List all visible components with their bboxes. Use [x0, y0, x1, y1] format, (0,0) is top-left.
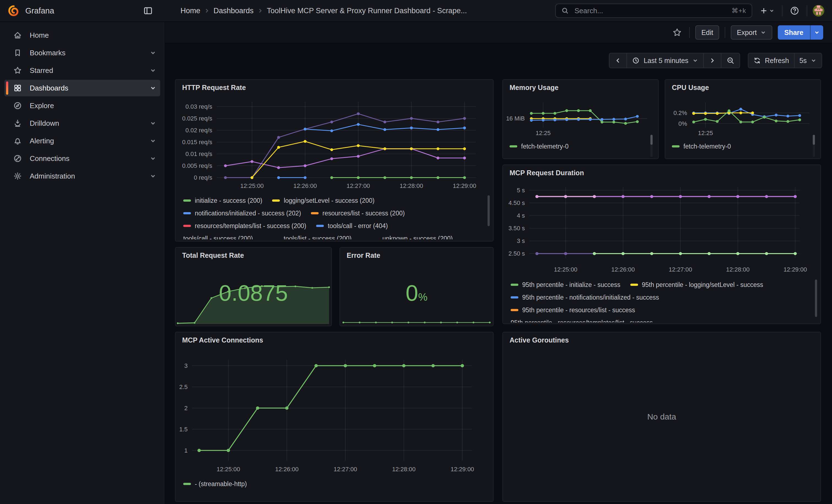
- chevron-down-icon[interactable]: [149, 84, 157, 92]
- stat-suffix: %: [418, 291, 427, 303]
- sidebar-item-starred[interactable]: Starred: [4, 62, 160, 79]
- svg-text:12:26:00: 12:26:00: [275, 466, 298, 473]
- refresh-button[interactable]: Refresh: [748, 53, 794, 68]
- panel-title[interactable]: Total Request Rate: [182, 251, 244, 260]
- share-button-group: Share: [778, 25, 823, 39]
- panel-title[interactable]: Active Goroutines: [510, 336, 569, 344]
- chevron-down-icon[interactable]: [149, 172, 157, 180]
- dashboards-grid-icon: [13, 84, 22, 92]
- sidebar-item-administration[interactable]: Administration: [4, 168, 160, 184]
- legend-item[interactable]: 95th percentile - initialize - success: [511, 281, 620, 289]
- svg-text:12:29:00: 12:29:00: [451, 466, 474, 473]
- gear-icon: [13, 172, 22, 181]
- svg-text:12:26:00: 12:26:00: [293, 182, 317, 189]
- favorite-star-icon[interactable]: [671, 26, 684, 39]
- panel-title[interactable]: MCP Active Connections: [182, 336, 263, 344]
- export-button[interactable]: Export: [731, 25, 772, 39]
- svg-text:1: 1: [184, 447, 188, 454]
- legend-scrollbar[interactable]: [650, 135, 653, 145]
- legend-scrollbar[interactable]: [813, 135, 815, 145]
- sidebar-item-label: Drilldown: [30, 119, 59, 128]
- sidebar-toggle-icon[interactable]: [139, 3, 157, 19]
- panel-http-request-rate: HTTP Request Rate 0 req/s0.005 req/s0.01…: [175, 79, 494, 242]
- legend-item[interactable]: 95th percentile - resources/list - succe…: [511, 307, 635, 314]
- breadcrumb: Home Dashboards ToolHive MCP Server & Pr…: [181, 7, 467, 15]
- search-input[interactable]: ⌘+k: [555, 4, 752, 18]
- panel-title[interactable]: CPU Usage: [672, 84, 709, 91]
- sidebar-item-drilldown[interactable]: Drilldown: [4, 115, 160, 132]
- chevron-down-icon[interactable]: [149, 155, 157, 162]
- breadcrumb-home[interactable]: Home: [181, 7, 200, 15]
- time-range-picker[interactable]: Last 5 minutes: [626, 53, 703, 68]
- sidebar-item-label: Connections: [30, 154, 70, 163]
- refresh-interval-label: 5s: [800, 57, 807, 65]
- sidebar-item-label: Bookmarks: [30, 49, 66, 57]
- sidebar-item-home[interactable]: Home: [4, 27, 160, 44]
- bell-icon: [13, 136, 22, 145]
- panel-active-goroutines: Active Goroutines No data: [502, 332, 821, 502]
- legend-item[interactable]: resources/list - success (200): [311, 210, 405, 217]
- chevron-right-icon: [709, 57, 716, 64]
- sidebar-item-label: Administration: [30, 172, 75, 181]
- plug-icon: [13, 154, 22, 163]
- sidebar-item-connections[interactable]: Connections: [4, 150, 160, 167]
- panel-memory-usage: Memory Usage 16 MiB12:25 fetch-telemetry…: [502, 79, 659, 159]
- edit-button[interactable]: Edit: [695, 25, 719, 39]
- legend-item[interactable]: - (streamable-http): [183, 480, 247, 488]
- legend-item[interactable]: tools/call - success (200): [183, 235, 253, 240]
- legend-item[interactable]: unknown - success (200): [383, 235, 453, 240]
- help-icon[interactable]: [788, 4, 801, 17]
- grafana-logo-icon[interactable]: [8, 5, 20, 17]
- legend: - (streamable-http): [183, 478, 485, 492]
- svg-text:12:27:00: 12:27:00: [669, 266, 692, 273]
- legend-item[interactable]: tools/call - error (404): [316, 222, 388, 230]
- stat-value: 0%: [340, 282, 493, 304]
- sidebar-item-dashboards[interactable]: Dashboards: [4, 80, 160, 96]
- divider: [782, 5, 782, 16]
- sidebar-item-label: Alerting: [30, 137, 54, 145]
- panel-title[interactable]: MCP Request Duration: [510, 169, 584, 177]
- time-range-group: Last 5 minutes: [609, 53, 740, 68]
- chevron-down-icon[interactable]: [149, 49, 157, 57]
- time-forward-button[interactable]: [703, 53, 721, 68]
- panel-title[interactable]: Error Rate: [347, 251, 380, 260]
- panel-title[interactable]: HTTP Request Rate: [182, 84, 246, 91]
- refresh-icon: [753, 57, 761, 64]
- zoom-out-button[interactable]: [721, 53, 739, 68]
- sidebar-item-alerting[interactable]: Alerting: [4, 133, 160, 149]
- share-button[interactable]: Share: [778, 25, 810, 39]
- legend-item[interactable]: 95th percentile - notifications/initiali…: [511, 294, 659, 301]
- legend-item[interactable]: 95th percentile - resources/templates/li…: [511, 319, 653, 323]
- avatar[interactable]: [813, 5, 824, 17]
- chevron-down-icon[interactable]: [149, 67, 157, 74]
- top-bar: Grafana Home Dashboards ToolHive MCP Ser…: [0, 0, 832, 22]
- dashboard-toolbar: Edit Export Share: [165, 22, 832, 44]
- chevron-down-icon[interactable]: [149, 137, 157, 145]
- legend-scrollbar[interactable]: [815, 280, 817, 317]
- search-shortcut: ⌘+k: [732, 7, 746, 15]
- svg-text:3.50 s: 3.50 s: [509, 225, 525, 232]
- legend-item[interactable]: logging/setLevel - success (200): [272, 197, 374, 205]
- chevron-down-icon[interactable]: [149, 120, 157, 127]
- legend-item[interactable]: fetch-telemetry-0: [510, 141, 569, 151]
- legend-item[interactable]: notifications/initialized - success (202…: [183, 210, 301, 217]
- legend-item[interactable]: initialize - success (200): [183, 197, 262, 205]
- legend-item[interactable]: tools/list - success (200): [284, 235, 352, 240]
- sidebar-item-bookmarks[interactable]: Bookmarks: [4, 45, 160, 61]
- legend-scrollbar[interactable]: [488, 195, 490, 226]
- panel-title[interactable]: Memory Usage: [510, 84, 558, 91]
- panel-mcp-request-duration: MCP Request Duration 2.50 s3 s3.50 s4 s4…: [502, 164, 821, 324]
- breadcrumb-dashboards[interactable]: Dashboards: [213, 7, 254, 15]
- time-range-label: Last 5 minutes: [644, 57, 688, 65]
- add-button[interactable]: [758, 4, 776, 17]
- time-back-button[interactable]: [609, 53, 626, 68]
- sidebar-item-explore[interactable]: Explore: [4, 97, 160, 114]
- legend-item[interactable]: resources/templates/list - success (200): [183, 222, 306, 230]
- legend-item[interactable]: fetch-telemetry-0: [672, 141, 731, 151]
- sidebar: Home Bookmarks Starred: [0, 22, 165, 504]
- chevron-down-icon: [810, 57, 816, 63]
- legend-item[interactable]: 95th percentile - logging/setLevel - suc…: [630, 281, 763, 289]
- search-field[interactable]: [573, 6, 727, 16]
- refresh-interval-picker[interactable]: 5s: [794, 53, 822, 68]
- share-menu-button[interactable]: [810, 25, 823, 39]
